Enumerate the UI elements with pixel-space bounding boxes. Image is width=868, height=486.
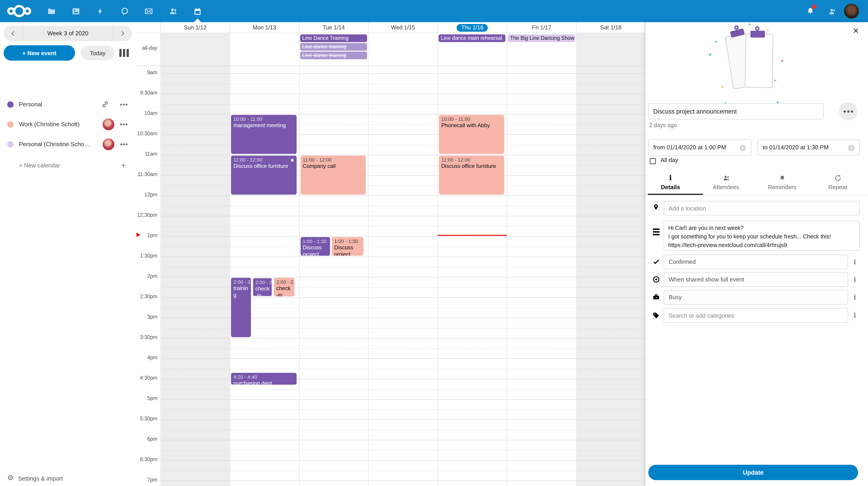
mail-app-icon[interactable] (143, 5, 155, 17)
new-event-button[interactable]: + New event (4, 45, 75, 61)
calendar-list-item[interactable]: Personal (0, 96, 135, 113)
event-chip[interactable]: 2:00 - 2:30check-in (252, 277, 273, 297)
view-switcher-icon[interactable] (119, 49, 129, 57)
talk-app-icon[interactable] (119, 5, 131, 17)
calendar-color-dot (7, 102, 13, 108)
day-header[interactable]: Sun 1/12 (160, 23, 230, 32)
visibility-info-icon[interactable]: i (854, 276, 856, 284)
event-end-field[interactable]: to 01/14/2020 at 1:30 PM (758, 139, 860, 156)
calendar-color-dot (7, 121, 13, 127)
busy-info-icon[interactable]: i (854, 293, 856, 302)
location-pin-icon (652, 203, 659, 212)
event-chip[interactable]: 11:00 - 12:00Discuss office furniture (438, 155, 505, 195)
contacts-app-icon[interactable] (167, 5, 179, 17)
event-start-field[interactable]: from 01/14/2020 at 1:00 PM (648, 139, 751, 156)
allday-event-chip[interactable]: Line dance training (300, 43, 367, 51)
calendar-list-item[interactable]: Personal (Christine Scho… (0, 136, 135, 152)
active-tab-indicator (648, 194, 703, 195)
event-chip[interactable]: 1:00 - 1:30Discuss project (332, 237, 364, 256)
time-label: 9:30am (135, 90, 157, 95)
visibility-select[interactable]: When shared show full event (664, 273, 848, 287)
allday-event-chip[interactable]: Line Dance Training (300, 34, 367, 42)
quarter-gridline (160, 430, 646, 430)
event-chip[interactable]: 2:00 - 2:30check-in (274, 277, 295, 297)
day-header[interactable]: Tue 1/14 (299, 23, 368, 32)
column-divider (299, 22, 300, 486)
files-app-icon[interactable] (46, 5, 57, 17)
event-time: 2:00 - 3:30 (234, 279, 249, 285)
next-week-button[interactable] (113, 26, 132, 41)
day-header-active[interactable]: Thu 1/16 (438, 23, 507, 32)
event-title-input[interactable] (648, 103, 824, 119)
tab-attendees[interactable]: Attendees (704, 173, 749, 194)
event-chip[interactable]: 10:00 - 11:00management meeting (231, 114, 297, 154)
notifications-bell-icon[interactable] (804, 5, 816, 17)
event-chip[interactable]: 11:00 - 12:00Company call (300, 155, 366, 195)
more-options-icon[interactable] (839, 102, 857, 120)
calendar-actions-icon[interactable] (119, 121, 128, 128)
day-header[interactable]: Mon 1/13 (230, 23, 299, 32)
event-time: 2:00 - 2:30 (276, 279, 292, 285)
quarter-gridline (160, 450, 646, 451)
quarter-gridline (160, 247, 646, 247)
photos-app-icon[interactable] (70, 5, 82, 17)
now-marker-icon (136, 233, 140, 237)
top-header-bar (0, 0, 868, 22)
week-label[interactable]: Week 3 of 2020 (23, 26, 113, 41)
day-header[interactable]: Sat 1/18 (576, 23, 646, 32)
allday-event-chip[interactable]: The Big Line Dancing Show (508, 34, 575, 42)
share-link-icon[interactable] (101, 101, 109, 110)
timezone-globe-icon[interactable] (739, 144, 746, 151)
today-button[interactable]: Today (81, 46, 114, 60)
alarm-bell-icon (289, 157, 294, 165)
tab-reminders[interactable]: Reminders (760, 173, 805, 194)
time-label: 6pm (135, 436, 157, 442)
location-input[interactable] (664, 201, 860, 216)
user-avatar[interactable] (844, 4, 859, 19)
status-info-icon[interactable]: i (854, 258, 856, 266)
repeat-icon (815, 173, 860, 182)
event-chip[interactable]: 4:20 - 4:40purchasing dept (231, 372, 297, 385)
event-time: 11:00 - 12:00 (441, 156, 502, 163)
quarter-gridline (160, 409, 646, 410)
nextcloud-logo-icon[interactable] (7, 4, 35, 19)
new-calendar-button[interactable]: + New calendar + (0, 158, 135, 173)
time-label: 11:30am (135, 172, 157, 177)
hour-gridline (160, 359, 646, 359)
contacts-menu-icon[interactable] (826, 5, 838, 17)
weekend-shading (160, 33, 230, 486)
status-select[interactable]: Confirmed (664, 255, 848, 269)
activity-app-icon[interactable] (94, 5, 106, 17)
all-day-checkbox[interactable] (650, 158, 656, 164)
event-chip[interactable]: 2:00 - 3:30training (231, 277, 251, 338)
allday-event-chip[interactable]: Line dance main rehearsal (438, 34, 506, 42)
event-time: 1:00 - 1:30 (303, 238, 328, 245)
calendar-actions-icon[interactable] (119, 141, 128, 148)
description-textarea[interactable]: Hi Carl! are you in next week? I got som… (664, 221, 860, 251)
categories-info-icon[interactable]: i (854, 311, 856, 319)
tab-repeat[interactable]: Repeat (815, 173, 860, 194)
attendees-icon (704, 173, 749, 182)
event-time: 11:00 - 12:00 (303, 156, 364, 163)
event-chip[interactable]: 11:00 - 12:00Discuss office furniture (231, 155, 297, 195)
close-icon[interactable]: ✕ (852, 27, 859, 35)
event-chip[interactable]: 10:00 - 11:00Phonecall with Abby (438, 114, 505, 154)
previous-week-button[interactable] (4, 26, 23, 41)
event-chip[interactable]: 1:00 - 1:30Discuss project announcement (300, 237, 331, 256)
time-label: 12:30pm (135, 212, 157, 218)
calendar-actions-icon[interactable] (119, 101, 128, 108)
timezone-globe-icon[interactable] (848, 144, 855, 151)
last-modified-text: 2 days ago (649, 122, 677, 128)
calendar-app-icon[interactable] (192, 5, 204, 17)
day-header[interactable]: Fri 1/17 (507, 23, 577, 32)
settings-import-button[interactable]: ⚙ Settings & import (0, 471, 135, 486)
calendar-name: Personal (Christine Scho… (19, 136, 90, 152)
quarter-gridline (160, 84, 646, 84)
calendar-list-item[interactable]: Work (Christine Schott) (0, 116, 135, 133)
update-button[interactable]: Update (648, 465, 858, 480)
day-header[interactable]: Wed 1/15 (368, 23, 438, 32)
tab-details[interactable]: i Details (648, 173, 693, 194)
busy-select[interactable]: Busy (664, 290, 848, 305)
categories-input[interactable] (664, 308, 848, 323)
allday-event-chip[interactable]: Line dance training (300, 52, 367, 59)
